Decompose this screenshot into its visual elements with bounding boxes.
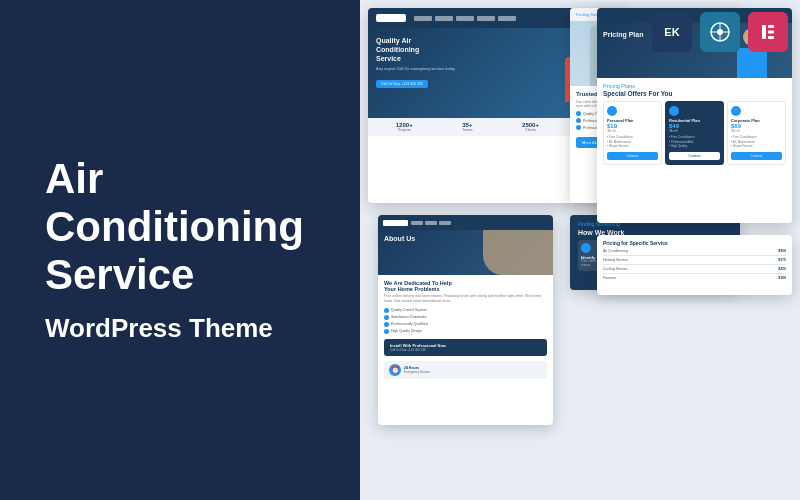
check-item: Satisfaction Guarantee (384, 315, 547, 320)
plan-residential: Residential Plan $49 /Month • Free Consu… (665, 101, 724, 165)
about-body: Free online delivery and store returns. … (384, 294, 547, 304)
plan-corporate-btn[interactable]: Continue (731, 152, 782, 160)
pricing-label: Pricing Plans (603, 83, 786, 89)
price-table-title: Pricing for Specific Service (603, 240, 786, 246)
about-title: We Are Dedicated To HelpYour Home Proble… (384, 280, 547, 292)
price-row-heating: Heating Service $175 (603, 258, 786, 262)
check-item: Professionally Qualified (384, 322, 547, 327)
title-line2: Service (45, 251, 194, 298)
stat-2: 35+ Teams (462, 122, 472, 132)
pricing-heading: Special Offers For You (603, 90, 786, 97)
left-panel: Air Conditioning Service WordPress Theme (0, 0, 360, 500)
about-content: We Are Dedicated To HelpYour Home Proble… (378, 275, 553, 384)
wordpress-icon[interactable] (700, 12, 740, 52)
pricing-plans: Personal Plan $19 /Month • Free Consulta… (603, 101, 786, 165)
check-item: High Quality Design (384, 329, 547, 334)
pricing-section: Pricing Plans Special Offers For You Per… (597, 78, 792, 170)
subtitle: WordPress Theme (45, 312, 315, 346)
ek-icon[interactable]: EK (652, 12, 692, 52)
ss-nav-logo (376, 14, 406, 22)
tech-icons: EK (652, 12, 788, 52)
nav-item (498, 16, 516, 21)
cta-bar: Install With Professional Now Call Us No… (384, 339, 547, 356)
svg-rect-5 (768, 25, 774, 28)
stat-1: 1200+ Projects (396, 122, 413, 132)
about-hero: About Us (378, 230, 553, 275)
ss-nav-items (414, 16, 586, 21)
plan-corporate: Corporate Plan $69 /Month • Free Consult… (727, 101, 786, 165)
hero-cta: Call Us Now +123 456 199 (376, 80, 428, 88)
about-hero-img (483, 230, 553, 275)
price-row-cooling: Cooling Service $225 (603, 267, 786, 271)
plan-personal: Personal Plan $19 /Month • Free Consulta… (603, 101, 662, 165)
nav-item (477, 16, 495, 21)
stat-3: 2500+ Clients (522, 122, 539, 132)
nav-item (435, 16, 453, 21)
clock-badge: ⏰ 24 Hours Emergency Service (384, 361, 547, 379)
elementor-icon[interactable] (748, 12, 788, 52)
price-row-furnace: Furnace $100 (603, 276, 786, 280)
about-nav (378, 215, 553, 230)
about-checklist: Quality Control System Satisfaction Guar… (384, 308, 547, 334)
clock-icon: ⏰ (389, 364, 401, 376)
price-table-rows: Air Conditioning $350 Heating Service $1… (603, 249, 786, 280)
svg-rect-7 (768, 36, 774, 39)
nav-item (456, 16, 474, 21)
screenshots-area: Quality AirConditioningService Any urgen… (360, 0, 800, 500)
plan-residential-btn[interactable]: Continue (669, 152, 720, 160)
svg-rect-4 (762, 25, 766, 39)
about-screenshot: About Us We Are Dedicated To HelpYour Ho… (378, 215, 553, 425)
check-item: Quality Control System (384, 308, 547, 313)
cta-sub: Call Us Now +123 456 199 (390, 348, 541, 352)
price-row-ac: Air Conditioning $350 (603, 249, 786, 253)
hero-subtitle: Any urgent Call Us emergency service tod… (376, 66, 476, 71)
svg-rect-6 (768, 31, 774, 34)
nav-item (414, 16, 432, 21)
title-line1: Air Conditioning (45, 155, 304, 250)
price-table-screenshot: Pricing for Specific Service Air Conditi… (597, 235, 792, 295)
main-title: Air Conditioning Service (45, 155, 315, 300)
hero-title: Quality AirConditioningService (376, 36, 486, 63)
right-panel: EK (360, 0, 800, 500)
plan-personal-btn[interactable]: Continue (607, 152, 658, 160)
